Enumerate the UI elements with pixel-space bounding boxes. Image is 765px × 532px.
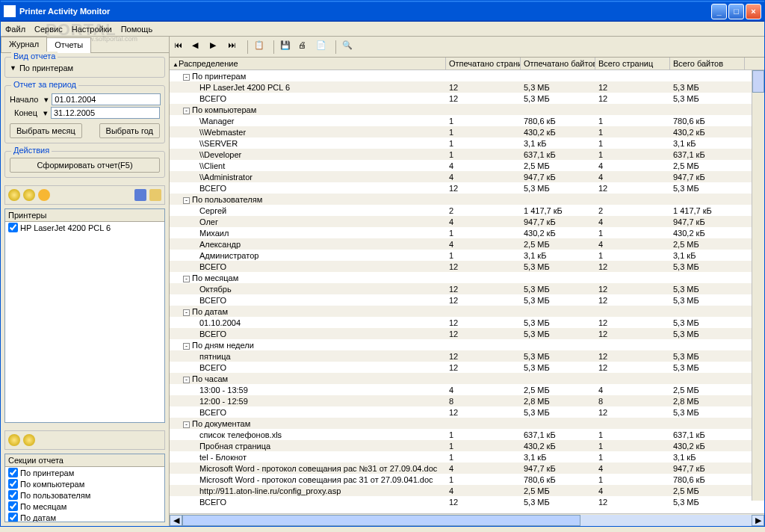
collapse-icon[interactable]: - xyxy=(183,343,190,350)
tab-journal[interactable]: Журнал xyxy=(1,37,47,52)
data-row[interactable]: \\Webmaster1430,2 кБ1430,2 кБ xyxy=(170,126,764,137)
col-bytes-printed[interactable]: Отпечатано байтов xyxy=(521,58,595,69)
horizontal-scrollbar[interactable]: ◀ ▶ xyxy=(170,513,764,526)
section-checkbox[interactable] xyxy=(8,479,18,489)
section-checkbox[interactable] xyxy=(8,513,18,522)
last-icon[interactable]: ⏭ xyxy=(228,40,241,54)
group-row[interactable]: -По пользователям xyxy=(170,194,764,205)
select-year-button[interactable]: Выбрать год xyxy=(99,123,160,138)
section-item[interactable]: По принтерам xyxy=(5,467,164,478)
prev-icon[interactable]: ◀ xyxy=(192,40,205,54)
preview-icon[interactable]: 📄 xyxy=(316,40,329,54)
group-row[interactable]: -По часам xyxy=(170,373,764,384)
group-row[interactable]: -По компьютерам xyxy=(170,104,764,115)
chevron-down-icon[interactable]: ▾ xyxy=(43,108,48,118)
data-row[interactable]: Сергей21 417,7 кБ21 417,7 кБ xyxy=(170,205,764,216)
close-button[interactable]: × xyxy=(746,4,761,19)
maximize-button[interactable]: □ xyxy=(728,4,744,19)
nav-fwd-icon[interactable] xyxy=(23,189,35,201)
print-icon[interactable]: 🖨 xyxy=(298,40,312,54)
section-item[interactable]: По пользователям xyxy=(5,489,164,501)
data-row[interactable]: Пробная страница1430,2 кБ1430,2 кБ xyxy=(170,440,764,451)
data-row[interactable]: 12:00 - 12:5982,8 МБ82,8 МБ xyxy=(170,395,764,406)
group-row[interactable]: -По датам xyxy=(170,306,764,317)
start-date-input[interactable] xyxy=(52,93,161,105)
collapse-icon[interactable]: - xyxy=(183,276,190,282)
data-row[interactable]: \\Developer1637,1 кБ1637,1 кБ xyxy=(170,149,764,160)
data-row[interactable]: Администратор13,1 кБ13,1 кБ xyxy=(170,250,764,261)
section-checkbox[interactable] xyxy=(8,468,18,477)
search-icon[interactable]: 🔍 xyxy=(342,40,356,54)
tab-reports[interactable]: Отчеты xyxy=(46,37,91,53)
minimize-button[interactable]: _ xyxy=(711,4,727,19)
printer-item[interactable]: HP LaserJet 4200 PCL 6 xyxy=(5,222,164,233)
printer-checkbox[interactable] xyxy=(8,223,18,232)
data-row[interactable]: \\Client42,5 МБ42,5 МБ xyxy=(170,160,764,171)
collapse-icon[interactable]: - xyxy=(183,74,190,81)
collapse-icon[interactable]: - xyxy=(183,421,190,428)
data-row[interactable]: 13:00 - 13:5942,5 МБ42,5 МБ xyxy=(170,384,764,395)
data-row[interactable]: ВСЕГО125,3 МБ125,3 МБ xyxy=(170,406,764,418)
copy-icon[interactable]: 📋 xyxy=(254,40,267,54)
dropdown-arrow-icon[interactable]: ▼ xyxy=(10,64,16,72)
report-grid[interactable]: ▲Распределение Отпечатано страниц Отпеча… xyxy=(170,58,764,513)
section-item[interactable]: По месяцам xyxy=(5,501,164,512)
data-row[interactable]: ВСЕГО125,3 МБ125,3 МБ xyxy=(170,182,764,194)
data-row[interactable]: Михаил1430,2 кБ1430,2 кБ xyxy=(170,227,764,238)
scroll-right-icon[interactable]: ▶ xyxy=(752,515,764,526)
data-row[interactable]: HP LaserJet 4200 PCL 6125,3 МБ125,3 МБ xyxy=(170,81,764,93)
nav-fwd-icon[interactable] xyxy=(23,434,35,446)
data-row[interactable]: \\Administrator4947,7 кБ4947,7 кБ xyxy=(170,171,764,182)
collapse-icon[interactable]: - xyxy=(183,108,190,114)
data-row[interactable]: \\SERVER13,1 кБ13,1 кБ xyxy=(170,137,764,149)
col-pages-printed[interactable]: Отпечатано страниц xyxy=(446,58,521,69)
menu-file[interactable]: Файл xyxy=(5,25,25,34)
group-row[interactable]: -По дням недели xyxy=(170,339,764,350)
col-distribution[interactable]: ▲Распределение xyxy=(170,58,446,69)
group-row[interactable]: -По месяцам xyxy=(170,272,764,283)
collapse-icon[interactable]: - xyxy=(183,309,190,316)
sections-list[interactable]: Секции отчета По принтерамПо компьютерам… xyxy=(4,454,165,522)
data-row[interactable]: ВСЕГО125,3 МБ125,3 МБ xyxy=(170,261,764,272)
end-date-input[interactable] xyxy=(51,107,160,119)
data-row[interactable]: Microsoft Word - протокол совещания рас … xyxy=(170,474,764,485)
section-item[interactable]: По датам xyxy=(5,512,164,522)
scroll-left-icon[interactable]: ◀ xyxy=(170,515,182,526)
col-total-pages[interactable]: Всего страниц xyxy=(595,58,670,69)
collapse-icon[interactable]: - xyxy=(183,197,190,204)
col-total-bytes[interactable]: Всего байтов xyxy=(670,58,745,69)
vertical-scrollbar[interactable] xyxy=(752,70,764,501)
data-row[interactable]: пятница125,3 МБ125,3 МБ xyxy=(170,350,764,362)
chevron-down-icon[interactable]: ▾ xyxy=(44,95,49,105)
nav-back-icon[interactable] xyxy=(8,434,20,446)
data-row[interactable]: http://911.aton-line.ru/config_proxy.asp… xyxy=(170,485,764,496)
data-row[interactable]: ВСЕГО125,3 МБ125,3 МБ xyxy=(170,362,764,373)
data-row[interactable]: Александр42,5 МБ42,5 МБ xyxy=(170,238,764,250)
nav-back-icon[interactable] xyxy=(8,189,20,201)
select-month-button[interactable]: Выбрать месяц xyxy=(10,123,82,138)
data-row[interactable]: ВСЕГО125,3 МБ125,3 МБ xyxy=(170,294,764,306)
collapse-icon[interactable]: - xyxy=(183,377,190,383)
section-checkbox[interactable] xyxy=(8,501,18,511)
printer-list[interactable]: Принтеры HP LaserJet 4200 PCL 6 xyxy=(4,208,165,423)
section-checkbox[interactable] xyxy=(8,490,18,500)
data-row[interactable]: ВСЕГО125,3 МБ125,3 МБ xyxy=(170,496,764,507)
titlebar[interactable]: Printer Activity Monitor _ □ × xyxy=(1,1,764,22)
group-row[interactable]: -По документам xyxy=(170,418,764,429)
data-row[interactable]: Microsoft Word - протокол совещания рас … xyxy=(170,463,764,474)
grid-icon[interactable] xyxy=(38,189,50,201)
data-row[interactable]: \Manager1780,6 кБ1780,6 кБ xyxy=(170,115,764,126)
next-icon[interactable]: ▶ xyxy=(210,40,223,54)
data-row[interactable]: список телефонов.xls1637,1 кБ1637,1 кБ xyxy=(170,429,764,440)
generate-report-button[interactable]: Сформировать отчет(F5) xyxy=(10,158,160,173)
group-row[interactable]: -По принтерам xyxy=(170,70,764,81)
data-row[interactable]: 01.10.2004125,3 МБ125,3 МБ xyxy=(170,317,764,328)
data-row[interactable]: ВСЕГО125,3 МБ125,3 МБ xyxy=(170,328,764,339)
save-icon[interactable]: 💾 xyxy=(280,40,294,54)
data-row[interactable]: tel - Блокнот13,1 кБ13,1 кБ xyxy=(170,451,764,463)
first-icon[interactable]: ⏮ xyxy=(174,40,188,54)
data-row[interactable]: Олег4947,7 кБ4947,7 кБ xyxy=(170,216,764,227)
data-row[interactable]: ВСЕГО125,3 МБ125,3 МБ xyxy=(170,93,764,104)
open-icon[interactable] xyxy=(149,189,161,201)
save-icon[interactable] xyxy=(134,189,146,201)
